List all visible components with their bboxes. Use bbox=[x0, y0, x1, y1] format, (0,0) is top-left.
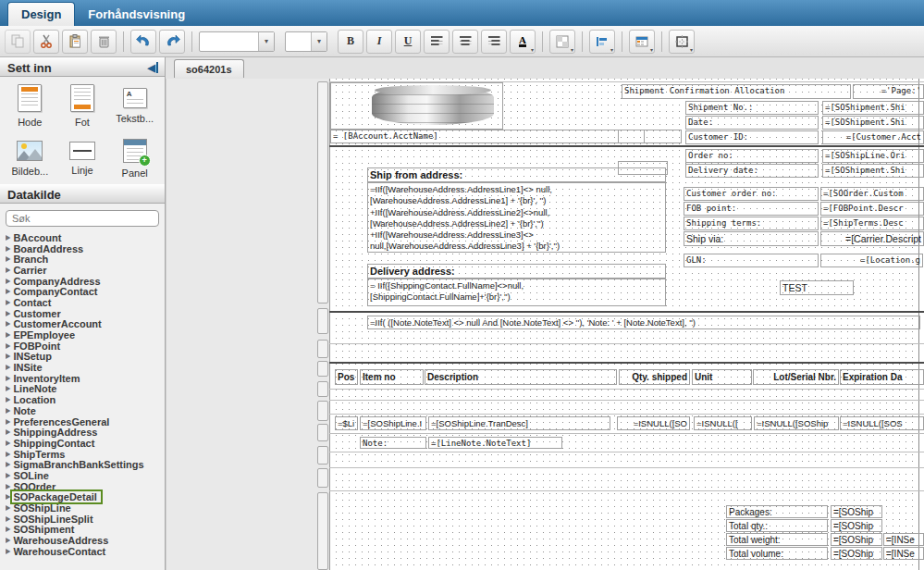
tree-item-companycontact[interactable]: ▶CompanyContact bbox=[6, 286, 165, 297]
test-field[interactable]: TEST bbox=[780, 280, 854, 295]
ship-via-label[interactable]: Ship via: bbox=[684, 231, 819, 246]
datasource-panel-header[interactable]: Datakilde bbox=[0, 184, 165, 204]
bold-button[interactable]: B bbox=[338, 30, 363, 54]
shipment-no-label[interactable]: Shipment No.: bbox=[685, 101, 819, 115]
col-header-pos[interactable]: Pos bbox=[335, 369, 358, 385]
note-formula-field[interactable]: =IIf( ([Note.NoteText] <> null And [Note… bbox=[367, 316, 920, 329]
col-header-qty-shipped[interactable]: Qty. shipped bbox=[619, 369, 690, 385]
band-handle[interactable] bbox=[317, 361, 328, 377]
total-weight-uom-value[interactable]: =[INSe bbox=[883, 533, 924, 546]
total-volume-label[interactable]: Total volume: bbox=[726, 547, 828, 560]
tree-item-baccount[interactable]: ▶BAccount bbox=[6, 232, 165, 243]
band-handle[interactable] bbox=[317, 468, 328, 488]
band-handle[interactable] bbox=[317, 446, 328, 465]
tree-item-customeraccount[interactable]: ▶CustomerAccount bbox=[6, 319, 165, 330]
tree-item-customer[interactable]: ▶Customer bbox=[6, 308, 165, 319]
band-handle-pagefooter[interactable] bbox=[317, 492, 328, 570]
delivery-address-formula[interactable]: = IIf([ShippingContact.FullName]<>null, … bbox=[367, 279, 666, 306]
date-value[interactable]: =[SOShipment.Shi bbox=[822, 116, 924, 130]
align-left-button[interactable] bbox=[424, 30, 450, 54]
total-qty-value[interactable]: =[SOShip bbox=[831, 519, 882, 532]
ship-from-address-title[interactable]: Ship from address: bbox=[367, 167, 666, 182]
position-button[interactable]: ▾ bbox=[589, 30, 615, 54]
insert-tool-header[interactable]: Hode bbox=[4, 84, 56, 128]
customer-order-no-label[interactable]: Customer order no: bbox=[684, 187, 819, 201]
tree-item-fobpoint[interactable]: ▶FOBPoint bbox=[6, 341, 165, 352]
tree-item-epemployee[interactable]: ▶EPEmployee bbox=[6, 329, 165, 341]
tree-item-sigmabranchbanksettings[interactable]: ▶SigmaBranchBankSettings bbox=[6, 459, 165, 470]
cell-itemno-field[interactable]: =[SOShipLine.I bbox=[360, 416, 426, 430]
date-label[interactable]: Date: bbox=[685, 116, 819, 130]
tree-item-shippingaddress[interactable]: ▶ShippingAddress bbox=[6, 427, 165, 438]
document-tab[interactable]: so64201s bbox=[174, 59, 244, 78]
tree-item-soshipment[interactable]: ▶SOShipment bbox=[6, 525, 165, 536]
cell-lot-serial-field[interactable]: =ISNULL([SOShip bbox=[754, 416, 839, 430]
band-handle[interactable] bbox=[317, 340, 328, 358]
tree-item-boardaddress[interactable]: ▶BoardAddress bbox=[6, 243, 165, 254]
total-qty-label[interactable]: Total qty.: bbox=[726, 519, 828, 532]
band-handle-pageheader[interactable] bbox=[317, 81, 328, 304]
line-note-label[interactable]: Note: bbox=[360, 437, 426, 449]
page-number-field[interactable]: ='Page:' bbox=[853, 84, 924, 99]
customer-id-value[interactable]: =[Customer.Acct bbox=[822, 130, 924, 144]
col-header-unit[interactable]: Unit bbox=[692, 369, 752, 385]
insert-tool-textbox[interactable]: A Tekstb... bbox=[108, 84, 161, 128]
search-input[interactable] bbox=[6, 210, 159, 227]
cell-pos-field[interactable]: =$Li bbox=[335, 416, 358, 430]
band-handle[interactable] bbox=[317, 308, 328, 334]
tree-item-contact[interactable]: ▶Contact bbox=[6, 297, 165, 308]
cell-expiration-field[interactable]: =ISNULL([SOS bbox=[840, 416, 924, 430]
ship-from-address-formula[interactable]: =IIf([WarehouseAddress.AddressLine1]<> n… bbox=[367, 182, 666, 253]
customer-id-label[interactable]: Customer ID: bbox=[685, 130, 819, 144]
insert-tool-line[interactable]: Linje bbox=[56, 137, 109, 179]
fob-point-label[interactable]: FOB point: bbox=[684, 202, 819, 216]
empty-field-box[interactable] bbox=[618, 130, 645, 143]
gln-label[interactable]: GLN: bbox=[684, 254, 819, 267]
order-no-value[interactable]: =[SOShipLine.Ori bbox=[822, 149, 924, 163]
total-volume-value[interactable]: =[SOShip bbox=[831, 547, 882, 560]
tree-item-note[interactable]: ▶Note bbox=[6, 405, 165, 416]
tree-item-carrier[interactable]: ▶Carrier bbox=[6, 265, 165, 276]
col-header-description[interactable]: Description bbox=[425, 369, 617, 385]
band-handle[interactable] bbox=[317, 401, 328, 421]
tree-item-inventoryitem[interactable]: ▶InventoryItem bbox=[6, 373, 165, 384]
total-weight-label[interactable]: Total weight: bbox=[726, 533, 828, 546]
fill-color-button[interactable]: ▾ bbox=[549, 30, 575, 54]
delivery-address-title[interactable]: Delivery address: bbox=[367, 264, 666, 279]
tree-item-warehouseaddress[interactable]: ▶WarehouseAddress bbox=[6, 535, 165, 546]
copy-button[interactable] bbox=[5, 30, 31, 54]
report-title-field[interactable]: Shipment Confirmation Allocation bbox=[622, 84, 851, 99]
table-button[interactable]: ▾ bbox=[629, 30, 655, 54]
align-center-button[interactable] bbox=[452, 30, 478, 54]
col-header-expiration-date[interactable]: Expiration Da bbox=[840, 369, 924, 385]
tree-item-companyaddress[interactable]: ▶CompanyAddress bbox=[6, 276, 165, 287]
font-family-select[interactable]: ▾ bbox=[199, 31, 275, 52]
tree-item-warehousecontact[interactable]: ▶WarehouseContact bbox=[6, 546, 165, 557]
band-handle[interactable] bbox=[317, 381, 328, 397]
redo-button[interactable] bbox=[159, 30, 185, 54]
col-header-itemno[interactable]: Item no bbox=[360, 369, 424, 385]
shipping-terms-label[interactable]: Shipping terms: bbox=[684, 217, 819, 230]
tab-preview[interactable]: Forhåndsvisning bbox=[75, 3, 198, 26]
insert-panel-header[interactable]: Sett inn ◀ bbox=[0, 57, 165, 77]
total-weight-value[interactable]: =[SOShip bbox=[831, 533, 882, 546]
total-volume-uom-value[interactable]: =[INSe bbox=[883, 547, 924, 560]
undo-button[interactable] bbox=[130, 30, 156, 54]
tree-item-insetup[interactable]: ▶INSetup bbox=[6, 352, 165, 363]
gln-value[interactable]: =[Location.g bbox=[820, 254, 923, 267]
tree-item-linenote[interactable]: ▶LineNote bbox=[6, 384, 165, 395]
collapse-panel-icon[interactable]: ◀ bbox=[148, 62, 158, 73]
delete-button[interactable] bbox=[91, 30, 117, 54]
cell-qty-shipped-field[interactable]: =ISNULL([SO bbox=[617, 416, 690, 430]
italic-button[interactable]: I bbox=[366, 30, 392, 54]
band-handle[interactable] bbox=[317, 424, 328, 441]
line-note-value[interactable]: =[LineNote.NoteText] bbox=[428, 437, 562, 449]
font-size-select[interactable]: ▾ bbox=[285, 31, 327, 52]
logo-box[interactable] bbox=[330, 82, 503, 130]
ship-via-value[interactable]: =[Carrier.Descript bbox=[820, 231, 924, 246]
insert-tool-imagebox[interactable]: Bildeb... bbox=[4, 137, 56, 179]
packages-value[interactable]: =[SOShip bbox=[831, 505, 882, 518]
tree-item-soshiplinesplit[interactable]: ▶SOShipLineSplit bbox=[6, 514, 165, 525]
col-header-lot-serial[interactable]: Lot/Serial Nbr. bbox=[753, 369, 839, 385]
align-right-button[interactable] bbox=[481, 30, 507, 54]
